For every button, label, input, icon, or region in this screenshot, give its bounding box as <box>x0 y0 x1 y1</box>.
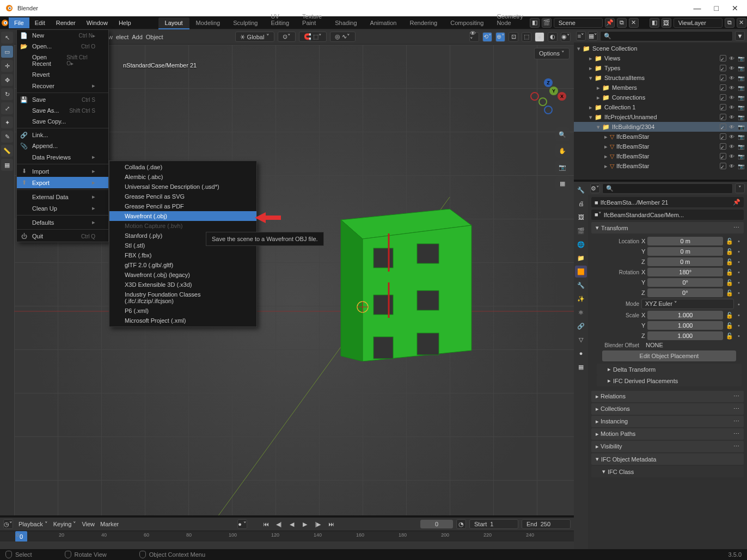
navigation-gizmo[interactable]: X Y Z <box>530 78 568 116</box>
solid-shading-icon[interactable]: ● <box>535 32 544 42</box>
outliner-item[interactable]: 📁Members👁📷 <box>574 83 747 93</box>
viewlayer-name-field[interactable] <box>673 18 722 28</box>
rotation-y[interactable]: 0° <box>647 278 723 287</box>
export-fbx-fbx-[interactable]: FBX (.fbx) <box>109 250 256 260</box>
tab-modifiers-icon[interactable]: 🔧 <box>575 279 587 291</box>
tab-animation[interactable]: Animation <box>364 17 403 29</box>
autokey-toggle-icon[interactable]: ● ˅ <box>237 519 247 529</box>
file-menu-save-as-[interactable]: Save As...Shift Ctrl S <box>17 105 108 116</box>
export-p6-xml-[interactable]: P6 (.xml) <box>109 306 256 316</box>
timeline-type-icon[interactable]: ◷˅ <box>3 519 13 529</box>
visibility-icon[interactable]: 👁˅ <box>469 32 479 42</box>
outliner-item[interactable]: 📁Collection 1👁📷 <box>574 102 747 112</box>
file-menu-data-previews[interactable]: Data Previews▸ <box>17 151 108 163</box>
material-shading-icon[interactable]: ◐ <box>548 32 558 42</box>
panel-motion-paths[interactable]: ▸ Motion Paths ⋯ <box>591 428 744 440</box>
panel-delta-transform[interactable]: ▸ Delta Transform <box>597 364 742 375</box>
tab-scene-icon[interactable]: 🎬 <box>575 225 587 237</box>
panel-relations[interactable]: ▸ Relations ⋯ <box>591 391 744 402</box>
viewlayer-copy-icon[interactable]: ⧉ <box>725 18 734 28</box>
panel-collections[interactable]: ▸ Collections ⋯ <box>591 403 744 415</box>
axis-z-icon[interactable]: Z <box>544 78 553 87</box>
outliner-item[interactable]: 📁IfcProject/Unnamed👁📷 <box>574 112 747 122</box>
scene-copy-icon[interactable]: ⧉ <box>617 18 627 28</box>
menu-window[interactable]: Window <box>81 17 113 28</box>
maximize-button[interactable]: □ <box>714 4 719 13</box>
location-z[interactable]: 0 m <box>647 257 723 266</box>
export-gltf-2-0-glb-gltf-[interactable]: glTF 2.0 (.glb/.gltf) <box>109 260 256 270</box>
blender-menu-icon[interactable] <box>0 17 9 29</box>
add-tool-icon[interactable]: ▦ <box>1 159 13 171</box>
axis-neg-y-icon[interactable] <box>538 97 547 106</box>
select-box-tool-icon[interactable]: ▭ <box>1 46 13 58</box>
start-frame-field[interactable]: Start 1 <box>469 519 518 529</box>
file-menu-quit[interactable]: ⏻QuitCtrl Q <box>17 231 108 242</box>
export-microsoft-project-xml-[interactable]: Microsoft Project (.xml) <box>109 316 256 325</box>
export-alembic-abc-[interactable]: Alembic (.abc) <box>109 172 256 182</box>
export-wavefront-obj-legacy-[interactable]: Wavefront (.obj) (legacy) <box>109 270 256 280</box>
rotation-z[interactable]: 0° <box>647 288 723 297</box>
tab-material-icon[interactable]: ● <box>575 347 587 359</box>
breadcrumb-object[interactable]: ■ IfcBeamSta.../Member 21 📌 <box>591 197 744 207</box>
minimize-button[interactable]: — <box>694 4 701 13</box>
file-menu-defaults[interactable]: Defaults▸ <box>17 217 108 228</box>
tab-uv-editing[interactable]: UV Editing <box>264 11 296 29</box>
export-industry-foundation-classes-ifc-ifczip-ifcjson-[interactable]: Industry Foundation Classes (.ifc/.ifczi… <box>109 290 256 306</box>
jump-start-icon[interactable]: ⏮ <box>260 519 271 529</box>
play-icon[interactable]: ▶ <box>299 519 310 529</box>
tab-world-icon[interactable]: 🌐 <box>575 238 587 250</box>
tab-sculpting[interactable]: Sculpting <box>226 17 264 29</box>
panel-instancing[interactable]: ▸ Instancing ⋯ <box>591 416 744 427</box>
timeline-marker[interactable]: Marker <box>100 521 119 527</box>
scene-delete-icon[interactable]: ✕ <box>629 18 639 28</box>
outliner-search[interactable]: 🔍 <box>600 31 733 41</box>
move-tool-icon[interactable]: ✥ <box>1 74 13 86</box>
cursor-3d-tool-icon[interactable]: ✛ <box>1 60 13 72</box>
tab-constraints-icon[interactable]: 🔗 <box>575 320 587 332</box>
axis-x-icon[interactable]: X <box>558 92 566 101</box>
menu-add[interactable]: Add <box>132 34 143 40</box>
3d-model[interactable] <box>335 209 477 361</box>
export-grease-pencil-as-svg[interactable]: Grease Pencil as SVG <box>109 192 256 201</box>
panel-transform-header[interactable]: ▾ Transform ⋯ <box>591 222 744 233</box>
export-grease-pencil-as-pdf[interactable]: Grease Pencil as PDF <box>109 201 256 211</box>
outliner-type-icon[interactable]: ≡˅ <box>576 31 586 41</box>
rotation-mode-selector[interactable]: XYZ Euler ˅ <box>641 299 734 309</box>
tab-geometry-nodes[interactable]: Geometry Node <box>490 11 529 29</box>
file-menu-new[interactable]: 📄NewCtrl N▸ <box>17 30 108 41</box>
xray-toggle-icon[interactable]: ⊡ <box>509 32 518 42</box>
tab-compositing[interactable]: Compositing <box>444 17 490 29</box>
tab-modeling[interactable]: Modeling <box>189 17 227 29</box>
viewlayer-browse-icon[interactable]: ◧ <box>650 18 659 28</box>
jump-next-key-icon[interactable]: |▶ <box>313 519 323 529</box>
annotate-tool-icon[interactable]: ✎ <box>1 131 13 143</box>
menu-help[interactable]: Help <box>113 17 137 28</box>
scale-x[interactable]: 1.000 <box>647 311 723 319</box>
scale-z[interactable]: 1.000 <box>647 331 723 340</box>
outliner-item[interactable]: ▽IfcBeamStar👁📷 <box>574 141 747 151</box>
tab-render-icon[interactable]: 🔧 <box>575 184 587 196</box>
scale-y[interactable]: 1.000 <box>647 321 723 330</box>
export-x3d-extensible-3d-x3d-[interactable]: X3D Extensible 3D (.x3d) <box>109 280 256 290</box>
scale-tool-icon[interactable]: ⤢ <box>1 102 13 114</box>
file-menu-clean-up[interactable]: Clean Up▸ <box>17 202 108 214</box>
jump-prev-key-icon[interactable]: ◀| <box>273 519 284 529</box>
perspective-toggle-icon[interactable]: ▦ <box>555 176 570 190</box>
tab-texture-icon[interactable]: ▦ <box>575 361 587 373</box>
rendered-shading-icon[interactable]: ◉˅ <box>561 32 571 42</box>
timeline-keying[interactable]: Keying ˅ <box>53 521 77 528</box>
zoom-icon[interactable]: 🔍 <box>555 127 570 141</box>
panel-visibility[interactable]: ▸ Visibility ⋯ <box>591 441 744 452</box>
camera-view-icon[interactable]: 📷 <box>555 160 570 174</box>
panel-ifc-metadata[interactable]: ▾ IFC Object Metadata <box>591 453 744 465</box>
cursor-tool-icon[interactable]: ↖ <box>1 32 13 44</box>
tab-rendering[interactable]: Rendering <box>403 17 444 29</box>
close-button[interactable]: ✕ <box>732 4 738 13</box>
file-menu-save[interactable]: 💾SaveCtrl S <box>17 94 108 105</box>
tab-viewlayer-icon[interactable]: 🖼 <box>575 211 587 223</box>
menu-object[interactable]: Object <box>146 34 163 40</box>
jump-end-icon[interactable]: ⏭ <box>326 519 336 529</box>
file-menu-append-[interactable]: 📎Append... <box>17 140 108 151</box>
file-menu-link-[interactable]: 🔗Link... <box>17 130 108 140</box>
tab-output-icon[interactable]: 🖨 <box>575 198 587 210</box>
